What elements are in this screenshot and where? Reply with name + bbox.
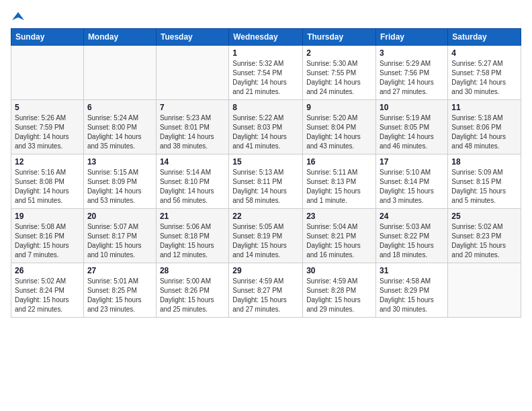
day-info: Sunrise: 5:14 AMSunset: 8:10 PMDaylight:… bbox=[160, 168, 225, 205]
day-info: Sunrise: 5:29 AMSunset: 7:56 PMDaylight:… bbox=[380, 59, 444, 97]
calendar-cell bbox=[156, 46, 228, 100]
day-info: Sunrise: 5:16 AMSunset: 8:08 PMDaylight:… bbox=[15, 168, 80, 205]
day-number: 27 bbox=[87, 266, 152, 275]
calendar-dow-friday: Friday bbox=[376, 29, 448, 46]
calendar-week-row: 26Sunrise: 5:02 AMSunset: 8:24 PMDayligh… bbox=[11, 263, 521, 318]
day-info: Sunrise: 5:23 AMSunset: 8:01 PMDaylight:… bbox=[160, 113, 225, 151]
calendar-cell: 24Sunrise: 5:03 AMSunset: 8:22 PMDayligh… bbox=[376, 209, 448, 263]
calendar-cell: 16Sunrise: 5:11 AMSunset: 8:13 PMDayligh… bbox=[303, 154, 376, 209]
day-number: 17 bbox=[380, 157, 444, 167]
calendar-cell: 27Sunrise: 5:01 AMSunset: 8:25 PMDayligh… bbox=[83, 263, 156, 318]
day-number: 22 bbox=[232, 212, 299, 221]
calendar-cell: 4Sunrise: 5:27 AMSunset: 7:58 PMDaylight… bbox=[448, 46, 521, 100]
day-number: 10 bbox=[380, 103, 444, 112]
day-info: Sunrise: 5:02 AMSunset: 8:23 PMDaylight:… bbox=[451, 222, 517, 260]
calendar-cell: 17Sunrise: 5:10 AMSunset: 8:14 PMDayligh… bbox=[376, 154, 448, 209]
page-header bbox=[11, 11, 521, 23]
day-number: 9 bbox=[306, 103, 372, 112]
calendar-cell: 21Sunrise: 5:06 AMSunset: 8:18 PMDayligh… bbox=[156, 209, 228, 263]
calendar-dow-wednesday: Wednesday bbox=[229, 29, 303, 46]
day-info: Sunrise: 5:09 AMSunset: 8:15 PMDaylight:… bbox=[451, 168, 517, 205]
day-info: Sunrise: 5:19 AMSunset: 8:05 PMDaylight:… bbox=[380, 113, 444, 151]
day-number: 23 bbox=[306, 212, 372, 221]
calendar-cell: 23Sunrise: 5:04 AMSunset: 8:21 PMDayligh… bbox=[303, 209, 376, 263]
day-info: Sunrise: 5:11 AMSunset: 8:13 PMDaylight:… bbox=[306, 168, 372, 205]
day-number: 5 bbox=[15, 103, 80, 112]
calendar-cell: 20Sunrise: 5:07 AMSunset: 8:17 PMDayligh… bbox=[83, 209, 156, 263]
day-number: 19 bbox=[15, 212, 80, 221]
day-number: 11 bbox=[451, 103, 517, 112]
day-info: Sunrise: 5:02 AMSunset: 8:24 PMDaylight:… bbox=[15, 277, 80, 314]
day-number: 31 bbox=[380, 266, 444, 275]
calendar-cell: 22Sunrise: 5:05 AMSunset: 8:19 PMDayligh… bbox=[229, 209, 303, 263]
day-info: Sunrise: 5:05 AMSunset: 8:19 PMDaylight:… bbox=[232, 222, 299, 260]
calendar-dow-monday: Monday bbox=[83, 29, 156, 46]
day-info: Sunrise: 5:01 AMSunset: 8:25 PMDaylight:… bbox=[87, 277, 152, 314]
day-info: Sunrise: 5:10 AMSunset: 8:14 PMDaylight:… bbox=[380, 168, 444, 205]
day-number: 8 bbox=[232, 103, 299, 112]
day-info: Sunrise: 5:00 AMSunset: 8:26 PMDaylight:… bbox=[160, 277, 225, 314]
calendar-cell: 14Sunrise: 5:14 AMSunset: 8:10 PMDayligh… bbox=[156, 154, 228, 209]
calendar-cell: 30Sunrise: 4:59 AMSunset: 8:28 PMDayligh… bbox=[303, 263, 376, 318]
calendar-cell: 6Sunrise: 5:24 AMSunset: 8:00 PMDaylight… bbox=[83, 100, 156, 154]
calendar-cell: 18Sunrise: 5:09 AMSunset: 8:15 PMDayligh… bbox=[448, 154, 521, 209]
calendar-header-row: SundayMondayTuesdayWednesdayThursdayFrid… bbox=[11, 29, 521, 46]
calendar-week-row: 1Sunrise: 5:32 AMSunset: 7:54 PMDaylight… bbox=[11, 46, 521, 100]
calendar-dow-tuesday: Tuesday bbox=[156, 29, 228, 46]
day-number: 12 bbox=[15, 157, 80, 167]
day-info: Sunrise: 5:32 AMSunset: 7:54 PMDaylight:… bbox=[232, 59, 299, 97]
calendar-dow-saturday: Saturday bbox=[448, 29, 521, 46]
day-info: Sunrise: 5:07 AMSunset: 8:17 PMDaylight:… bbox=[87, 222, 152, 260]
day-number: 2 bbox=[306, 48, 372, 58]
day-number: 25 bbox=[451, 212, 517, 221]
day-number: 28 bbox=[160, 266, 225, 275]
day-number: 3 bbox=[380, 48, 444, 58]
day-info: Sunrise: 5:03 AMSunset: 8:22 PMDaylight:… bbox=[380, 222, 444, 260]
svg-marker-0 bbox=[12, 12, 24, 20]
calendar-cell: 26Sunrise: 5:02 AMSunset: 8:24 PMDayligh… bbox=[11, 263, 84, 318]
calendar-cell: 15Sunrise: 5:13 AMSunset: 8:11 PMDayligh… bbox=[229, 154, 303, 209]
calendar-cell: 13Sunrise: 5:15 AMSunset: 8:09 PMDayligh… bbox=[83, 154, 156, 209]
day-number: 13 bbox=[87, 157, 152, 167]
day-number: 16 bbox=[306, 157, 372, 167]
logo-bird-icon bbox=[12, 11, 24, 23]
day-info: Sunrise: 5:13 AMSunset: 8:11 PMDaylight:… bbox=[232, 168, 299, 205]
day-info: Sunrise: 5:08 AMSunset: 8:16 PMDaylight:… bbox=[15, 222, 80, 260]
calendar-cell: 11Sunrise: 5:18 AMSunset: 8:06 PMDayligh… bbox=[448, 100, 521, 154]
day-number: 4 bbox=[451, 48, 517, 58]
calendar-cell: 31Sunrise: 4:58 AMSunset: 8:29 PMDayligh… bbox=[376, 263, 448, 318]
calendar-cell: 29Sunrise: 4:59 AMSunset: 8:27 PMDayligh… bbox=[229, 263, 303, 318]
day-number: 20 bbox=[87, 212, 152, 221]
day-info: Sunrise: 4:59 AMSunset: 8:28 PMDaylight:… bbox=[306, 277, 372, 314]
day-number: 1 bbox=[232, 48, 299, 58]
day-info: Sunrise: 5:30 AMSunset: 7:55 PMDaylight:… bbox=[306, 59, 372, 97]
day-info: Sunrise: 5:04 AMSunset: 8:21 PMDaylight:… bbox=[306, 222, 372, 260]
calendar-cell: 10Sunrise: 5:19 AMSunset: 8:05 PMDayligh… bbox=[376, 100, 448, 154]
day-number: 14 bbox=[160, 157, 225, 167]
calendar-cell bbox=[11, 46, 84, 100]
calendar-cell: 25Sunrise: 5:02 AMSunset: 8:23 PMDayligh… bbox=[448, 209, 521, 263]
calendar-cell: 1Sunrise: 5:32 AMSunset: 7:54 PMDaylight… bbox=[229, 46, 303, 100]
calendar-cell: 3Sunrise: 5:29 AMSunset: 7:56 PMDaylight… bbox=[376, 46, 448, 100]
day-number: 21 bbox=[160, 212, 225, 221]
calendar-week-row: 12Sunrise: 5:16 AMSunset: 8:08 PMDayligh… bbox=[11, 154, 521, 209]
day-number: 24 bbox=[380, 212, 444, 221]
calendar-cell: 5Sunrise: 5:26 AMSunset: 7:59 PMDaylight… bbox=[11, 100, 84, 154]
calendar-week-row: 19Sunrise: 5:08 AMSunset: 8:16 PMDayligh… bbox=[11, 209, 521, 263]
day-number: 6 bbox=[87, 103, 152, 112]
calendar-table: SundayMondayTuesdayWednesdayThursdayFrid… bbox=[11, 28, 521, 318]
day-number: 29 bbox=[232, 266, 299, 275]
day-info: Sunrise: 5:18 AMSunset: 8:06 PMDaylight:… bbox=[451, 113, 517, 151]
day-info: Sunrise: 5:26 AMSunset: 7:59 PMDaylight:… bbox=[15, 113, 80, 151]
day-info: Sunrise: 4:58 AMSunset: 8:29 PMDaylight:… bbox=[380, 277, 444, 314]
calendar-week-row: 5Sunrise: 5:26 AMSunset: 7:59 PMDaylight… bbox=[11, 100, 521, 154]
day-number: 7 bbox=[160, 103, 225, 112]
calendar-cell bbox=[448, 263, 521, 318]
day-info: Sunrise: 5:22 AMSunset: 8:03 PMDaylight:… bbox=[232, 113, 299, 151]
day-info: Sunrise: 5:27 AMSunset: 7:58 PMDaylight:… bbox=[451, 59, 517, 97]
calendar-cell: 2Sunrise: 5:30 AMSunset: 7:55 PMDaylight… bbox=[303, 46, 376, 100]
calendar-cell: 7Sunrise: 5:23 AMSunset: 8:01 PMDaylight… bbox=[156, 100, 228, 154]
day-number: 30 bbox=[306, 266, 372, 275]
day-number: 18 bbox=[451, 157, 517, 167]
calendar-dow-thursday: Thursday bbox=[303, 29, 376, 46]
